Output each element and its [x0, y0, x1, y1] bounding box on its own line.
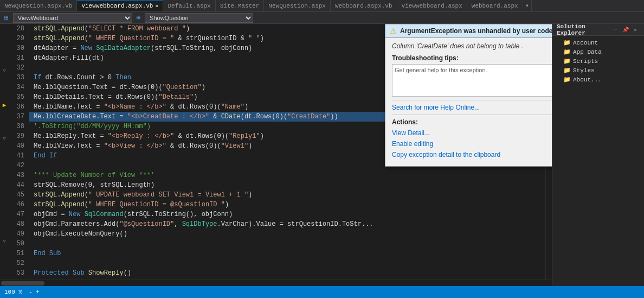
close-icon[interactable]: ✕	[155, 3, 158, 9]
dialog-divider2	[392, 115, 552, 115]
zoom-controls[interactable]: - +	[29, 289, 40, 295]
margin-44	[0, 160, 9, 169]
code-line-43: '*** Update Number of View ***'	[29, 170, 545, 180]
current-line-indicator: ▶	[0, 100, 9, 109]
margin-32	[0, 58, 9, 67]
tab-label: Site.Master	[220, 3, 260, 9]
margin-33[interactable]: ▽	[0, 67, 9, 75]
margin-41[interactable]: ▽	[0, 135, 9, 143]
horizontal-scroll-thumb[interactable]	[1, 281, 44, 286]
tab-label: Webboard.aspx	[472, 3, 518, 9]
tab-bar: NewQuestion.aspx.vb Viewwebboard.aspx.vb…	[0, 0, 644, 12]
path-separator: ⊞	[137, 14, 140, 22]
line-numbers: 2829303132 3334353637 3839404142 4344454…	[9, 24, 29, 280]
dialog-title-text: ArgumentException was unhandled by user …	[400, 27, 552, 35]
solution-tree-item-styles[interactable]: 📁 Styles	[552, 66, 644, 75]
dialog-message: Column 'CreatDate' does not belong to ta…	[392, 42, 552, 50]
code-line-45: strSQL.Append(" UPDATE webboard SET View…	[29, 190, 545, 200]
code-line-52	[29, 258, 545, 268]
folder-icon: 📁	[563, 58, 571, 65]
code-line-48: objCmd.Parameters.Add("@sQuestionID", Sq…	[29, 219, 545, 229]
tree-item-label: About...	[573, 77, 602, 83]
collapse-panel-button[interactable]: ─	[611, 26, 620, 34]
tab-viewwebboard-aspx[interactable]: Viewwebboard.aspx	[397, 0, 467, 11]
margin-52	[0, 229, 9, 237]
margin-50	[0, 211, 9, 220]
margin-38	[0, 109, 9, 118]
code-line-49: objCmd.ExecuteNonQuery()	[29, 229, 545, 239]
code-editor: ▽ ▶ ▽ ▽	[0, 24, 552, 286]
tree-item-label: Styles	[573, 67, 595, 74]
method-selector[interactable]: ShowQuestion	[145, 13, 253, 23]
tab-overflow-button[interactable]: ▾	[523, 0, 532, 11]
dialog-title-bar: ⚠ ArgumentException was unhandled by use…	[385, 24, 552, 38]
tab-site-master[interactable]: Site.Master	[216, 0, 265, 11]
margin-29	[0, 33, 9, 41]
tab-viewwebboard-aspx-vb[interactable]: Viewwebboard.aspx.vb ✕	[77, 0, 163, 11]
troubleshooting-title: Troubleshooting tips:	[392, 54, 552, 62]
tab-newquestion-aspx[interactable]: NewQuestion.aspx	[264, 0, 331, 11]
margin-47	[0, 186, 9, 194]
path-icon: ⊞	[4, 14, 9, 22]
code-line-47: objCmd = New SqlCommand(strSQL.ToString(…	[29, 210, 545, 219]
exception-dialog: ⚠ ArgumentException was unhandled by use…	[385, 24, 552, 167]
code-line-51: End Sub	[29, 249, 545, 258]
path-bar: ⊞ ViewWebboard ⊞ ShowQuestion	[0, 12, 644, 24]
margin-28	[0, 24, 9, 33]
class-selector[interactable]: ViewWebboard	[13, 13, 132, 23]
margin-35	[0, 84, 9, 92]
solution-explorer-header: Solution Explorer ─ 📌 ✕	[552, 24, 644, 36]
panel-controls: ─ 📌 ✕	[611, 26, 640, 34]
view-detail-link[interactable]: View Detail...	[392, 129, 552, 137]
solution-tree-item-appdata[interactable]: 📁 App_Data	[552, 47, 644, 56]
solution-explorer-panel: Solution Explorer ─ 📌 ✕ 📁 Account 📁 App_…	[552, 24, 644, 286]
margin-39	[0, 118, 9, 126]
main-layout: ▽ ▶ ▽ ▽	[0, 24, 644, 286]
margin-45	[0, 169, 9, 177]
dialog-body: Column 'CreatDate' does not belong to ta…	[385, 38, 552, 166]
copy-exception-link[interactable]: Copy exception detail to the clipboard	[392, 151, 552, 158]
margin-42	[0, 143, 9, 152]
code-line-50	[29, 239, 545, 249]
solution-tree: 📁 Account 📁 App_Data 📁 Scripts 📁 Styles …	[552, 36, 644, 286]
margin-51	[0, 220, 9, 229]
close-panel-button[interactable]: ✕	[631, 26, 640, 34]
tab-newquestion-aspx-vb[interactable]: NewQuestion.aspx.vb	[0, 0, 77, 11]
troubleshooting-textbox: Get general help for this exception.	[392, 64, 552, 97]
margin-49	[0, 203, 9, 212]
dialog-divider	[392, 100, 552, 100]
code-line-53: Protected Sub ShowReply()	[29, 268, 545, 278]
solution-tree-item-account[interactable]: 📁 Account	[552, 38, 644, 47]
enable-editing-link[interactable]: Enable editing	[392, 140, 552, 148]
horizontal-scrollbar[interactable]	[0, 280, 552, 286]
code-line-54	[29, 278, 545, 280]
search-help-link[interactable]: Search for more Help Online...	[392, 104, 552, 111]
folder-icon: 📁	[563, 76, 571, 83]
margin-30	[0, 41, 9, 49]
margin-34	[0, 75, 9, 84]
tab-label: NewQuestion.aspx.vb	[4, 3, 72, 9]
tab-label: Viewwebboard.aspx	[402, 3, 462, 9]
tab-webboard-aspx[interactable]: Webboard.aspx	[467, 0, 523, 11]
margin-57	[0, 271, 9, 280]
margin-54	[0, 245, 9, 254]
solution-tree-item-scripts[interactable]: 📁 Scripts	[552, 56, 644, 66]
actions-title: Actions:	[392, 118, 552, 126]
margin-40	[0, 126, 9, 135]
solution-explorer-title: Solution Explorer	[557, 23, 609, 36]
margin-31	[0, 49, 9, 58]
troubleshooting-text: Get general help for this exception.	[395, 67, 487, 73]
left-margin: ▽ ▶ ▽ ▽	[0, 24, 9, 280]
solution-tree-item-about[interactable]: 📁 About...	[552, 75, 644, 84]
zoom-level: 100 %	[4, 289, 22, 295]
tab-default-aspx[interactable]: Default.aspx	[163, 0, 215, 11]
folder-icon: 📁	[563, 48, 571, 55]
margin-56	[0, 263, 9, 271]
auto-hide-button[interactable]: 📌	[621, 26, 630, 34]
margin-53[interactable]: ▽	[0, 237, 9, 246]
tab-label: Default.aspx	[168, 3, 210, 9]
margin-46	[0, 177, 9, 186]
folder-icon: 📁	[563, 39, 571, 46]
tab-webboard-aspx-vb[interactable]: Webboard.aspx.vb	[331, 0, 397, 11]
warning-icon: ⚠	[390, 27, 397, 35]
